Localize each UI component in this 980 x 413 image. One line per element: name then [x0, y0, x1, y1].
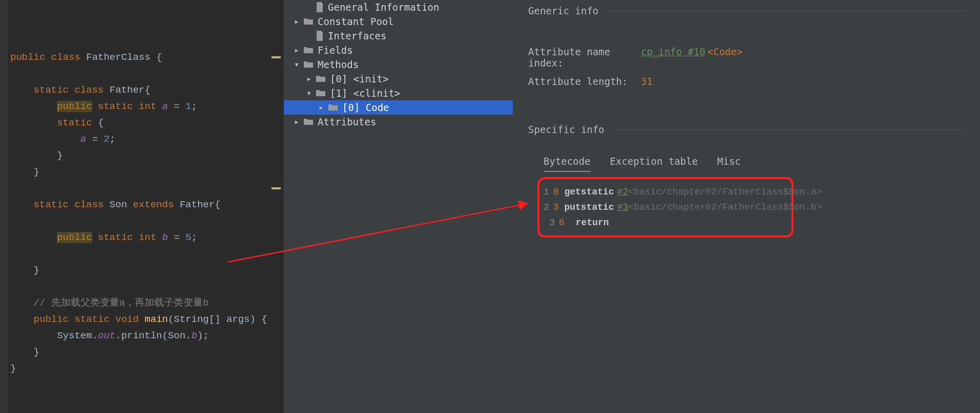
chevron-right-icon[interactable]: ▶	[318, 104, 325, 111]
change-marker	[272, 56, 281, 58]
tree-item-label: Interfaces	[328, 30, 386, 41]
tree-item[interactable]: ▶[0] Code	[284, 100, 513, 115]
bytecode-cp-ref[interactable]: #2	[617, 184, 629, 200]
code-line: public class FatherClass {	[10, 49, 284, 66]
folder-icon	[328, 103, 338, 112]
bytecode-offset: 3	[553, 200, 559, 215]
tree-item[interactable]: ▼Methods	[284, 57, 513, 72]
code-line: // 先加载父类变量a，再加载子类变量b	[10, 295, 284, 311]
bytecode-index: 1	[544, 184, 549, 200]
divider	[608, 11, 965, 11]
details-panel: Generic info Attribute name index: cp_in…	[513, 0, 980, 413]
chevron-down-icon[interactable]: ▼	[293, 61, 300, 68]
row-attribute-length: Attribute length: 31	[528, 76, 965, 87]
tree-item-label: Fields	[318, 45, 353, 56]
tree-item[interactable]: ▶Fields	[284, 43, 513, 57]
bytecode-cp-ref[interactable]: #3	[617, 200, 629, 215]
tree-item-label: General Information	[328, 2, 439, 13]
divider	[614, 129, 965, 130]
bytecode-opcode: putstatic	[559, 200, 614, 215]
row-attribute-name-index: Attribute name index: cp_info #10 <Code>	[528, 46, 965, 69]
section-generic-label: Generic info	[528, 5, 598, 16]
code-line	[10, 278, 284, 295]
code-line	[10, 66, 284, 82]
code-line	[10, 213, 284, 229]
tab-misc[interactable]: Misc	[717, 154, 741, 172]
class-structure-tree[interactable]: General Information▶Constant PoolInterfa…	[284, 0, 513, 413]
code-line: static class Son extends Father{	[10, 197, 284, 213]
detail-tabs: BytecodeException tableMisc	[528, 154, 965, 172]
folder-icon	[303, 46, 314, 54]
code-line: a = 2;	[10, 131, 284, 147]
attr-length-value: 31	[641, 76, 653, 87]
tree-item[interactable]: ▼[1] <clinit>	[284, 86, 513, 100]
chevron-right-icon[interactable]: ▶	[293, 119, 300, 125]
code-line	[10, 246, 284, 262]
chevron-right-icon[interactable]: ▶	[305, 76, 312, 82]
code-line: }	[10, 360, 284, 377]
tab-bytecode[interactable]: Bytecode	[544, 154, 591, 172]
folder-icon	[316, 89, 326, 97]
code-line: static class Father{	[10, 82, 284, 98]
folder-icon	[303, 17, 314, 26]
tab-exception-table[interactable]: Exception table	[610, 154, 698, 172]
code-line: }	[10, 147, 284, 164]
section-specific-info: Specific info	[528, 119, 965, 138]
bytecode-opcode: getstatic	[559, 184, 614, 200]
attr-name-index-value: <Code>	[707, 46, 743, 69]
code-line: }	[10, 164, 284, 180]
file-icon	[316, 2, 324, 12]
attr-name-index-label: Attribute name index:	[528, 46, 641, 69]
code-line: }	[10, 344, 284, 360]
bytecode-index: 2	[544, 200, 549, 215]
tree-item-label: Methods	[318, 59, 359, 70]
folder-icon	[303, 118, 314, 126]
code-line: public static void main(String[] args) {	[10, 311, 284, 328]
bytecode-comment: <basic/chapter02/FatherClass$Son.b>	[628, 200, 822, 215]
bytecode-row: 23 putstatic#3 <basic/chapter02/FatherCl…	[544, 200, 787, 215]
section-generic-info: Generic info	[528, 0, 965, 19]
code-body: public class FatherClass { static class …	[10, 49, 284, 377]
chevron-right-icon[interactable]: ▶	[293, 47, 300, 54]
tree-item[interactable]: ▶Constant Pool	[284, 14, 513, 29]
code-line: public static int a = 1;	[10, 98, 284, 115]
tree-item-label: [1] <clinit>	[330, 88, 400, 99]
attr-name-index-link[interactable]: cp_info #10	[641, 46, 707, 69]
tree-item[interactable]: Interfaces	[284, 29, 513, 43]
chevron-down-icon[interactable]: ▼	[305, 90, 312, 97]
bytecode-row: 36 return	[544, 215, 787, 230]
chevron-right-icon[interactable]: ▶	[293, 18, 300, 25]
bytecode-listing: 10 getstatic#2 <basic/chapter02/FatherCl…	[537, 177, 794, 237]
bytecode-offset: 0	[553, 184, 559, 200]
editor-gutter	[0, 0, 7, 413]
bytecode-index: 3	[544, 215, 555, 230]
code-editor[interactable]: public class FatherClass { static class …	[0, 0, 284, 413]
code-line: System.out.println(Son.b);	[10, 328, 284, 344]
bytecode-opcode: return	[570, 215, 609, 230]
tree-item-label: Attributes	[318, 116, 376, 127]
code-line	[10, 180, 284, 197]
bytecode-comment: <basic/chapter02/FatherClass$Son.a>	[628, 184, 822, 200]
tree-item[interactable]: ▶Attributes	[284, 115, 513, 129]
tree-item-label: Constant Pool	[318, 16, 394, 27]
tree-item[interactable]: General Information	[284, 0, 513, 14]
code-line: public static int b = 5;	[10, 229, 284, 246]
code-line: static {	[10, 115, 284, 131]
section-specific-label: Specific info	[528, 124, 604, 135]
tree-item-label: [0] Code	[342, 102, 389, 113]
file-icon	[316, 31, 324, 41]
folder-icon	[303, 60, 314, 69]
folder-icon	[316, 75, 326, 83]
tree-item[interactable]: ▶[0] <init>	[284, 72, 513, 86]
code-line: }	[10, 262, 284, 278]
tree-item-label: [0] <init>	[330, 73, 388, 84]
bytecode-offset: 6	[559, 215, 570, 230]
attr-length-label: Attribute length:	[528, 76, 641, 87]
change-marker	[272, 187, 281, 189]
bytecode-row: 10 getstatic#2 <basic/chapter02/FatherCl…	[544, 184, 787, 200]
